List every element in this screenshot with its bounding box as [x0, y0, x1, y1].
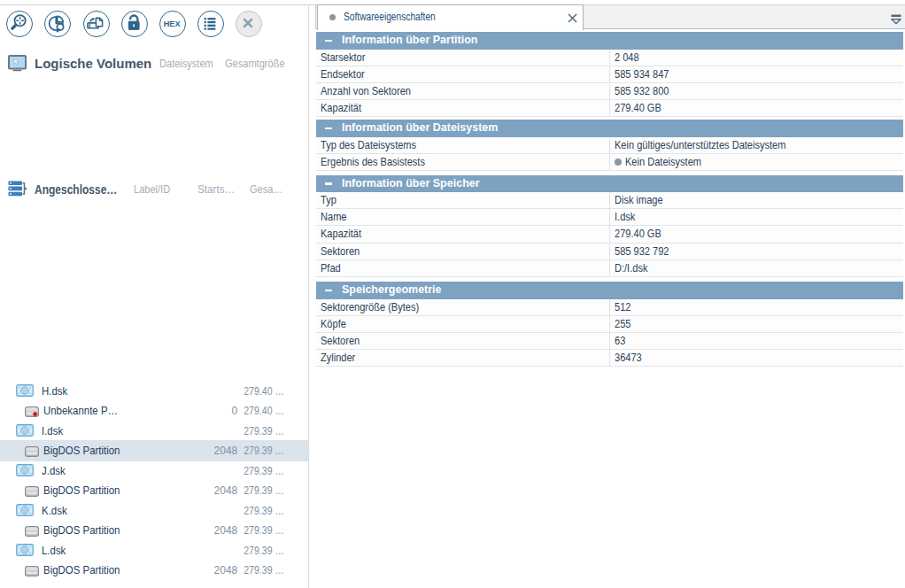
svg-text:HEX: HEX	[164, 19, 182, 28]
